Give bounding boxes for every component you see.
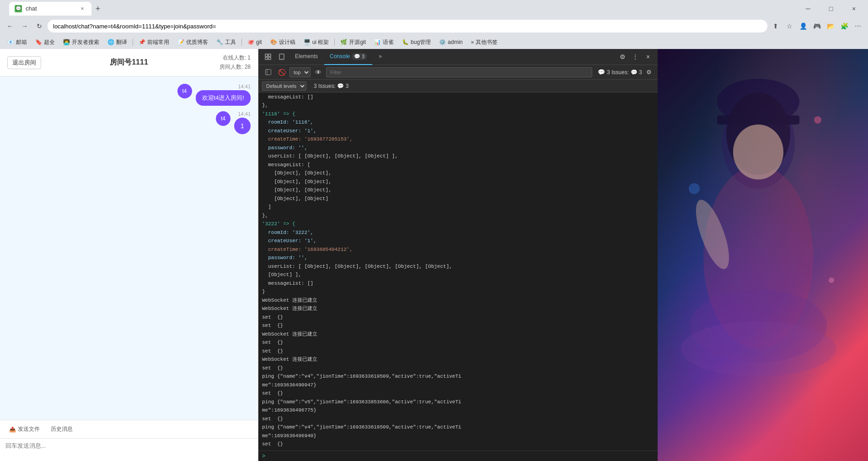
- console-line: }: [262, 287, 654, 296]
- extensions-icon[interactable]: 🧩: [838, 20, 851, 33]
- console-toolbar: 🚫 top 👁 💬 3 Issues: 💬 3 ⚙: [258, 65, 658, 80]
- chat-messages: 14:41 欢迎t4进入房间! t4 14:41 1 t4: [0, 76, 258, 420]
- bookmark-frontend[interactable]: 📌 前端常用: [135, 37, 173, 47]
- console-line: createUser: '1',: [262, 127, 654, 136]
- bookmark-ui[interactable]: 🖥️ ui 框架: [300, 37, 333, 47]
- console-input[interactable]: [267, 453, 654, 459]
- bookmark-devtools[interactable]: 👨‍💻 开发者搜索: [59, 37, 103, 47]
- bookmark-email[interactable]: 📧 邮箱: [4, 37, 31, 47]
- devtools-settings-icon[interactable]: ⚙: [616, 51, 628, 63]
- accounts-icon[interactable]: 👤: [797, 20, 809, 33]
- bookmark-tools-label: 工具: [225, 38, 236, 46]
- online-count: 在线人数: 1: [220, 54, 251, 62]
- anime-background: [658, 49, 868, 461]
- console-line: createUser: '1',: [262, 237, 654, 245]
- bookmark-yuque-label: 语雀: [383, 38, 394, 46]
- tab-favicon: 💬: [15, 5, 22, 12]
- console-line: createTime: '1693677285153',: [262, 135, 654, 144]
- minimize-button[interactable]: ─: [798, 2, 819, 16]
- console-eye-icon[interactable]: 👁: [312, 66, 324, 78]
- devtools-close-icon[interactable]: ×: [642, 51, 654, 63]
- bookmark-translate-label: 翻译: [116, 38, 127, 46]
- svg-point-18: [689, 183, 700, 194]
- bookmark-yuque[interactable]: 📊 语雀: [370, 37, 397, 47]
- issues-display: 3 Issues: 💬 3: [314, 83, 348, 89]
- console-line: ping {"name":"v4","jionTime":16936336195…: [262, 372, 654, 381]
- refresh-button[interactable]: ↻: [33, 20, 46, 33]
- bookmark-ui-label: ui 框架: [312, 38, 329, 46]
- devtools-more-icon[interactable]: ⋮: [629, 51, 641, 63]
- devtools-bm-icon: 👨‍💻: [63, 39, 70, 45]
- git-bm-icon: 🐙: [247, 39, 254, 45]
- console-badge: 💬 3: [352, 53, 367, 60]
- forward-button[interactable]: →: [18, 20, 31, 33]
- tab-bar: 💬 chat × +: [9, 2, 796, 16]
- ui-bm-icon: 🖥️: [304, 39, 311, 45]
- console-clear-icon[interactable]: 🚫: [276, 66, 288, 78]
- console-line: set {}: [262, 321, 654, 330]
- console-line: me":1693636490947}: [262, 381, 654, 390]
- devtools-header: Elements Console 💬 3 » ⚙ ⋮ ×: [258, 49, 658, 65]
- bookmark-admin[interactable]: ⚙️ admin: [435, 37, 466, 47]
- bookmark-opensource[interactable]: 🌿 开源git: [337, 37, 370, 47]
- bookmark-quanquan[interactable]: 🔖 超全: [32, 37, 59, 47]
- svg-point-5: [281, 58, 282, 59]
- gaming-icon[interactable]: 🎮: [810, 20, 823, 33]
- bookmark-tools[interactable]: 🔧 工具: [213, 37, 240, 47]
- tab-more[interactable]: »: [373, 49, 387, 65]
- console-line: WebSocket 连接已建立: [262, 296, 654, 305]
- bookmark-design[interactable]: 🎨 设计稿: [267, 37, 299, 47]
- bookmark-git[interactable]: 🐙 git: [244, 37, 266, 47]
- console-line: messageList: [: [262, 161, 654, 169]
- devtools-device-icon[interactable]: [276, 51, 288, 63]
- console-output[interactable]: ▶ password:userList: [ [Object] ],messag…: [258, 92, 658, 450]
- bookmark-translate[interactable]: 🌐 翻译: [104, 37, 131, 47]
- back-button[interactable]: ←: [4, 20, 16, 33]
- bookmark-more[interactable]: » 其他书签: [467, 37, 502, 47]
- send-file-button[interactable]: 📤 发送文件: [5, 423, 43, 435]
- maximize-button[interactable]: □: [820, 2, 841, 16]
- console-filter-input[interactable]: [326, 67, 592, 77]
- browser-tab-chat[interactable]: 💬 chat ×: [9, 2, 91, 16]
- console-line: ping {"name":"v4","jionTime":16936336195…: [262, 423, 654, 432]
- console-input-line: >: [258, 450, 658, 461]
- design-bm-icon: 🎨: [270, 39, 277, 45]
- console-levels-bar: Default levels 3 Issues: 💬 3: [258, 80, 658, 92]
- console-line: [Object], [Object],: [262, 178, 654, 186]
- close-button[interactable]: ×: [843, 2, 864, 16]
- bookmark-more-label: 其他书签: [476, 38, 498, 46]
- right-panel-anime: [658, 49, 868, 461]
- console-line: WebSocket 连接已建立: [262, 355, 654, 364]
- exit-room-button[interactable]: 退出房间: [7, 56, 41, 69]
- collections-icon[interactable]: 📂: [824, 20, 837, 33]
- devtools-inspect-icon[interactable]: [262, 51, 274, 63]
- console-top-select[interactable]: top: [289, 67, 311, 77]
- tab-title: chat: [26, 5, 75, 12]
- chat-input[interactable]: [5, 442, 252, 449]
- console-line: me":1693636496940}: [262, 432, 654, 440]
- bookmark-bug[interactable]: 🐛 bug管理: [398, 37, 434, 47]
- tab-console[interactable]: Console 💬 3: [324, 49, 372, 65]
- console-sidebar-icon[interactable]: [262, 66, 274, 78]
- history-button[interactable]: 历史消息: [47, 423, 76, 435]
- console-line: [Object] ],: [262, 271, 654, 279]
- svg-point-17: [814, 116, 821, 124]
- more-tools-icon[interactable]: ⋯: [852, 20, 864, 33]
- avatar: t4: [177, 84, 192, 98]
- address-input[interactable]: [48, 20, 767, 33]
- console-settings-icon[interactable]: ⚙: [644, 67, 654, 77]
- bookmark-email-label: 邮箱: [16, 38, 27, 46]
- address-bar: ← → ↻ ⬆ ☆ 👤 🎮 📂 🧩 ⋯: [0, 17, 868, 35]
- share-icon[interactable]: ⬆: [769, 20, 782, 33]
- default-levels-select[interactable]: Default levels: [262, 81, 306, 91]
- devtools-tabs: Elements Console 💬 3 »: [289, 49, 615, 65]
- tab-elements[interactable]: Elements: [289, 49, 323, 65]
- bookmark-devtools-label: 开发者搜索: [72, 38, 99, 46]
- bookmark-more-icon: »: [471, 39, 474, 45]
- new-tab-button[interactable]: +: [91, 3, 104, 16]
- svg-rect-6: [265, 70, 271, 75]
- console-line: set {}: [262, 347, 654, 356]
- tab-close-button[interactable]: ×: [79, 5, 86, 12]
- bookmark-blog[interactable]: 📝 优质博客: [174, 37, 212, 47]
- bookmark-icon[interactable]: ☆: [783, 20, 796, 33]
